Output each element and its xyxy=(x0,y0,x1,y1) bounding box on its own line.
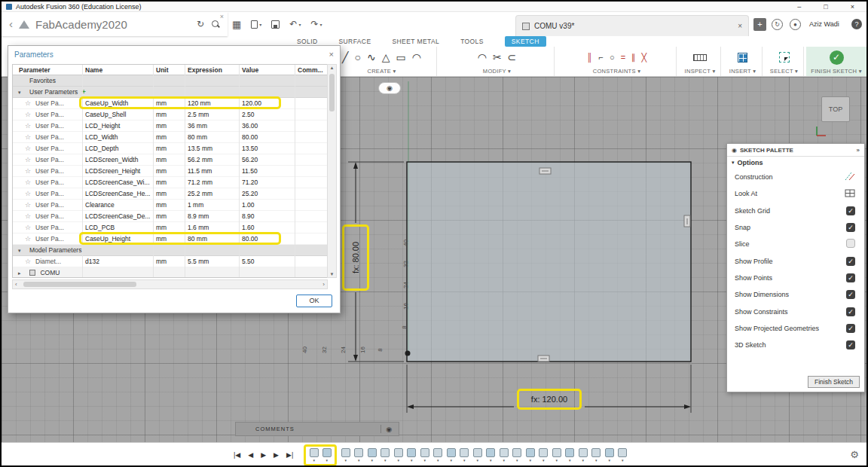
equal-constraint-icon[interactable]: = xyxy=(621,53,625,62)
parameter-expression[interactable]: 11.5 mm xyxy=(188,166,237,177)
feature-icon[interactable] xyxy=(579,448,588,457)
help-icon[interactable]: ? xyxy=(851,19,862,29)
feature-icon[interactable] xyxy=(526,448,535,457)
maximize-button[interactable]: □ xyxy=(824,2,827,11)
palette-option-row[interactable]: Look At xyxy=(727,185,864,202)
view-cube[interactable]: TOP xyxy=(821,96,850,122)
construction-icon[interactable] xyxy=(845,175,855,182)
timeline-item[interactable]: ▾ xyxy=(604,448,614,462)
ok-button[interactable]: OK xyxy=(296,295,332,307)
options-section-header[interactable]: ▾ Options xyxy=(727,157,864,169)
palette-option-row[interactable]: Show Profile ✓ xyxy=(727,252,864,269)
select-group-label[interactable]: SELECT ▾ xyxy=(770,68,798,75)
favorite-star-icon[interactable]: ☆ xyxy=(25,233,31,245)
parameter-row[interactable]: ☆ User Pa... LCD_PCB mm 1.6 mm 1.60 xyxy=(13,222,327,233)
inspect-group-label[interactable]: INSPECT ▾ xyxy=(685,68,716,75)
feature-icon[interactable] xyxy=(552,448,561,457)
parameter-row[interactable]: ☆ User Pa... LCDScreen_Width mm 56.2 mm … xyxy=(13,154,327,166)
finish-sketch-button[interactable]: Finish Sketch xyxy=(808,376,860,388)
feature-icon[interactable] xyxy=(486,448,495,457)
slot-tool-icon[interactable]: ▭ xyxy=(396,51,405,63)
skip-end-icon[interactable]: ▶| xyxy=(286,451,293,459)
select-icon[interactable] xyxy=(779,52,790,63)
sync-icon[interactable]: ↻ xyxy=(772,19,783,30)
document-tab[interactable]: COMU v39* × xyxy=(515,15,749,36)
parameter-row[interactable]: ☆ User Pa... CaseUp_Shell mm 2.5 mm 2.50 xyxy=(13,109,327,121)
parameter-name[interactable]: LCDScreenCase_Wi... xyxy=(85,177,151,188)
favorite-star-icon[interactable]: ☆ xyxy=(25,188,31,200)
favorite-star-icon[interactable]: ☆ xyxy=(25,121,31,132)
favorite-star-icon[interactable]: ☆ xyxy=(25,166,31,177)
timeline-item[interactable]: ▾ xyxy=(512,448,522,462)
expand-comments-icon[interactable]: ◉ xyxy=(386,426,393,433)
display-bar[interactable]: ◉ xyxy=(378,82,401,94)
timeline-item[interactable]: ▾ xyxy=(499,448,509,462)
favorite-star-icon[interactable]: ☆ xyxy=(25,222,31,233)
feature-icon[interactable] xyxy=(447,448,456,457)
tab-surface[interactable]: SURFACE xyxy=(339,38,371,45)
model-parameters-section-row[interactable]: ▾ Model Parameters xyxy=(13,245,327,256)
timeline-item[interactable]: ▾ xyxy=(367,448,377,462)
parameter-name[interactable]: LCD_Width xyxy=(85,132,151,143)
feature-icon[interactable] xyxy=(512,448,521,457)
parameter-expression[interactable]: 1 mm xyxy=(188,200,237,211)
palette-option-row[interactable]: Slice xyxy=(727,236,864,252)
timeline-item[interactable]: ▾ xyxy=(486,448,496,462)
palette-option-row[interactable]: Show Constraints ✓ xyxy=(727,303,864,319)
line-tool-icon[interactable]: ╱ xyxy=(342,51,348,63)
feature-icon[interactable] xyxy=(394,448,403,457)
scroll-up-icon[interactable]: ▲ xyxy=(328,66,336,70)
parameter-name[interactable]: LCDScreenCase_De... xyxy=(85,211,151,222)
timeline-item[interactable]: ▾ xyxy=(539,448,549,462)
timeline-item[interactable]: ▾ xyxy=(309,448,319,462)
add-parameter-icon[interactable]: + xyxy=(82,88,86,96)
trim-tool-icon[interactable]: ✂ xyxy=(493,51,502,63)
timeline-item[interactable]: ▾ xyxy=(591,448,601,462)
concentric-constraint-icon[interactable]: ○ xyxy=(610,53,615,62)
parameter-name[interactable]: LCDScreen_Height xyxy=(85,166,151,177)
favorite-star-icon[interactable]: ☆ xyxy=(25,200,31,211)
palette-option-row[interactable]: Construction xyxy=(727,169,864,185)
play-icon[interactable]: ▶ xyxy=(261,451,266,459)
height-dimension[interactable]: fx: 80.00 xyxy=(342,224,369,291)
checked-checkbox[interactable]: ✓ xyxy=(846,324,855,333)
parameter-name[interactable]: LCDScreenCase_He... xyxy=(85,188,151,200)
timeline-item[interactable]: ▾ xyxy=(381,448,390,462)
feature-icon[interactable] xyxy=(591,448,601,457)
feature-icon[interactable] xyxy=(407,448,416,457)
checked-checkbox[interactable]: ✓ xyxy=(846,290,855,299)
notifications-icon[interactable]: ● xyxy=(790,19,801,30)
timeline-item[interactable]: ▾ xyxy=(618,448,628,462)
tab-tools[interactable]: TOOLS xyxy=(460,38,484,45)
parameter-expression[interactable]: 71.2 mm xyxy=(188,177,237,188)
undo-icon[interactable]: ↶ xyxy=(289,19,297,29)
skip-start-icon[interactable]: |◀ xyxy=(234,451,240,459)
parameter-name[interactable]: LCD_Height xyxy=(85,121,151,132)
parameter-row[interactable]: ☆ User Pa... LCD_Height mm 36 mm 36.00 xyxy=(13,121,327,132)
tab-solid[interactable]: SOLID xyxy=(297,38,318,45)
minimize-button[interactable]: – xyxy=(797,2,801,11)
symmetry-constraint-icon[interactable]: ╳ xyxy=(642,53,647,63)
user-parameters-section-row[interactable]: ▾ User Parameters + xyxy=(13,87,327,98)
finish-sketch-group-label[interactable]: FINISH SKETCH ▾ xyxy=(811,68,861,75)
checked-checkbox[interactable]: ✓ xyxy=(846,307,855,316)
step-forward-icon[interactable]: ▶ xyxy=(274,451,279,459)
width-dimension[interactable]: fx: 120.00 xyxy=(517,389,582,410)
timeline-item[interactable]: ▾ xyxy=(322,448,332,462)
chevron-down-icon[interactable]: ▾ xyxy=(18,87,21,98)
parameter-row[interactable]: ☆ User Pa... Clearance mm 1 mm 1.00 xyxy=(13,200,327,211)
feature-icon[interactable] xyxy=(460,448,469,457)
timeline-item[interactable]: ▾ xyxy=(552,448,561,462)
horizontal-scrollbar[interactable]: ‹ › xyxy=(12,279,328,289)
timeline-item[interactable]: ▾ xyxy=(525,448,535,462)
tab-sheet-metal[interactable]: SHEET METAL xyxy=(392,38,439,45)
checked-checkbox[interactable]: ✓ xyxy=(846,223,855,232)
new-tab-button[interactable]: + xyxy=(753,18,766,31)
parameter-name[interactable]: CaseUp_Height xyxy=(85,233,151,245)
sketch-palette-header[interactable]: ◉ SKETCH PALETTE » xyxy=(727,144,864,157)
feature-icon[interactable] xyxy=(618,448,627,457)
create-group-label[interactable]: CREATE ▾ xyxy=(367,68,396,75)
timeline-item[interactable]: ▾ xyxy=(460,448,469,462)
parameter-name[interactable]: LCDScreen_Width xyxy=(85,154,151,166)
favorites-section-row[interactable]: Favorites xyxy=(13,75,327,87)
